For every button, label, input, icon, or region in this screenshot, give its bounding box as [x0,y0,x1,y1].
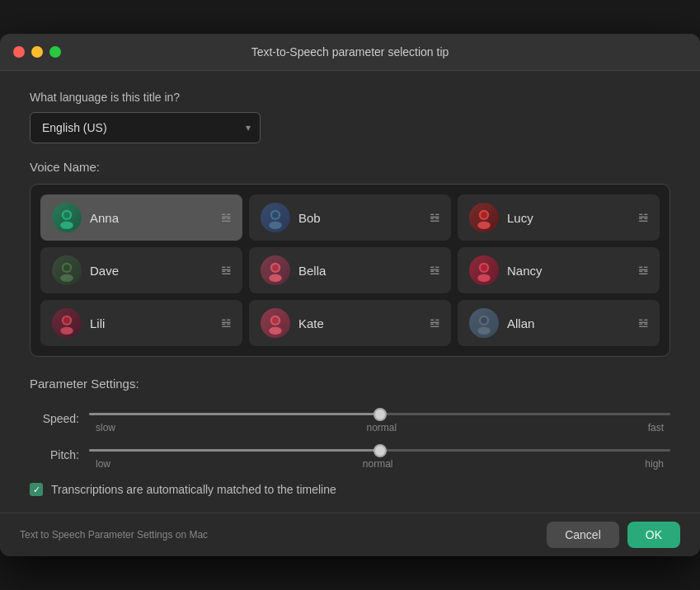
avatar-bob [261,203,290,232]
voice-card-dave[interactable]: Dave 𝌤 [40,247,242,293]
avatar-kate [261,308,290,338]
avatar-anna [52,203,82,232]
svg-point-2 [60,222,73,229]
svg-point-17 [477,274,491,282]
close-button[interactable] [13,46,25,58]
voice-card-allan[interactable]: Allan 𝌤 [458,300,660,346]
voice-name-anna: Anna [90,211,213,225]
svg-point-7 [481,212,487,218]
language-select-wrapper[interactable]: English (US) English (UK) Spanish French… [30,112,261,143]
svg-point-4 [272,212,279,218]
footer-info: Text to Speech Parameter Settings on Mac [20,529,208,541]
avatar-dave [52,255,82,285]
svg-point-16 [481,265,487,271]
parameter-settings-label: Parameter Settings: [30,377,670,391]
waveform-icon-lucy: 𝌤 [638,211,648,224]
svg-point-1 [63,212,70,218]
window-title: Text-to-Speech parameter selection tip [251,45,449,59]
svg-point-25 [481,317,487,324]
voice-card-kate[interactable]: Kate 𝌤 [249,300,451,346]
avatar-nancy [469,255,499,285]
speed-max-label: fast [648,422,664,433]
svg-point-8 [477,222,491,229]
ok-button[interactable]: OK [627,522,680,548]
transcription-checkbox[interactable] [30,483,43,496]
button-group: Cancel OK [547,522,680,548]
pitch-max-label: high [645,458,664,470]
svg-point-26 [477,327,491,335]
voice-card-lili[interactable]: Lili 𝌤 [40,300,242,346]
avatar-allan [469,308,499,338]
avatar-bella [261,255,290,285]
speed-label: Speed: [30,412,79,425]
pitch-slider-labels: low normal high [89,458,670,470]
svg-point-22 [272,317,279,324]
svg-point-23 [269,327,282,335]
voice-card-bella[interactable]: Bella 𝌤 [249,247,451,293]
svg-point-19 [63,317,70,324]
speed-min-label: slow [96,422,115,433]
voice-card-bob[interactable]: Bob 𝌤 [249,194,451,241]
minimize-button[interactable] [31,46,43,58]
svg-point-14 [269,274,282,282]
title-bar: Text-to-Speech parameter selection tip [0,34,700,71]
voice-name-nancy: Nancy [507,264,630,278]
bottom-bar: Text to Speech Parameter Settings on Mac… [0,513,700,556]
voice-name-lucy: Lucy [507,211,630,225]
dialog-content: What language is this title in? English … [0,71,700,513]
pitch-slider[interactable] [89,449,670,452]
voice-name-label: Voice Name: [30,160,670,174]
transcription-label: Transcriptions are automatically matched… [51,483,336,496]
language-select[interactable]: English (US) English (UK) Spanish French… [30,112,261,143]
voice-grid: Anna 𝌤 Bob 𝌤 Lucy 𝌤 [30,184,670,357]
speed-mid-label: normal [366,422,397,433]
voice-name-bella: Bella [298,264,421,278]
voice-name-bob: Bob [298,211,421,225]
pitch-mid-label: normal [363,458,393,470]
svg-point-10 [63,265,70,271]
speed-slider-labels: slow normal fast [89,422,670,433]
waveform-icon-bob: 𝌤 [430,211,439,224]
voice-card-nancy[interactable]: Nancy 𝌤 [458,247,660,293]
dialog-window: Text-to-Speech parameter selection tip W… [0,34,700,556]
avatar-lili [52,308,82,338]
avatar-lucy [469,203,499,232]
waveform-icon-lili: 𝌤 [221,316,231,330]
pitch-min-label: low [96,458,110,470]
waveform-icon-nancy: 𝌤 [638,264,648,277]
pitch-slider-container: low normal high [89,440,670,470]
checkbox-row[interactable]: Transcriptions are automatically matched… [30,483,670,496]
speed-row: Speed: slow normal fast [30,404,670,433]
traffic-lights [13,46,61,58]
svg-point-20 [60,327,73,335]
speed-slider[interactable] [89,413,670,415]
pitch-row: Pitch: low normal high [30,440,670,470]
voice-name-allan: Allan [507,316,630,330]
pitch-label: Pitch: [30,448,79,461]
voice-card-lucy[interactable]: Lucy 𝌤 [458,194,660,241]
waveform-icon-kate: 𝌤 [430,316,439,330]
svg-point-13 [272,265,279,271]
voice-name-kate: Kate [298,316,421,330]
voice-name-dave: Dave [90,264,213,278]
maximize-button[interactable] [49,46,61,58]
cancel-button[interactable]: Cancel [547,522,619,548]
speed-slider-container: slow normal fast [89,404,670,433]
waveform-icon-bella: 𝌤 [430,264,439,277]
waveform-icon-anna: 𝌤 [221,211,231,224]
svg-point-11 [60,274,73,282]
svg-point-5 [269,222,282,229]
language-label: What language is this title in? [30,91,670,104]
waveform-icon-allan: 𝌤 [638,316,648,330]
voice-name-lili: Lili [90,316,213,330]
waveform-icon-dave: 𝌤 [221,264,231,277]
voice-card-anna[interactable]: Anna 𝌤 [40,194,242,241]
